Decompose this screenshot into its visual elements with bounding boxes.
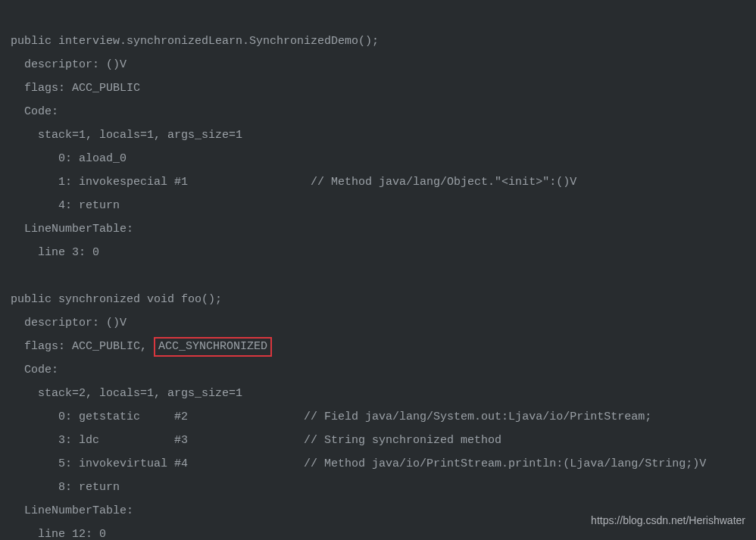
method1-flags: flags: ACC_PUBLIC — [11, 82, 140, 95]
method2-flags-prefix: flags: ACC_PUBLIC, — [11, 340, 154, 353]
method1-sig: public interview.synchronizedLearn.Synch… — [11, 35, 379, 48]
method2-bc3-left: 3: ldc #3 — [11, 434, 188, 447]
method2-bc0-left: 0: getstatic #2 — [11, 410, 188, 423]
method1-stack: stack=1, locals=1, args_size=1 — [11, 129, 242, 142]
method1-lnt: LineNumberTable: — [11, 223, 133, 236]
method2-descriptor: descriptor: ()V — [11, 317, 127, 329]
method2-bc0-comment: // Field java/lang/System.out:Ljava/io/P… — [304, 410, 651, 423]
method2-bc5-comment: // Method java/io/PrintStream.println:(L… — [304, 457, 706, 470]
method2-lnt: LineNumberTable: — [11, 504, 133, 517]
method2-lnt1: line 12: 0 — [11, 528, 106, 540]
method2-bc5-left: 5: invokevirtual #4 — [11, 457, 188, 470]
watermark: https://blog.csdn.net/Herishwater — [591, 509, 745, 532]
method2-stack: stack=2, locals=1, args_size=1 — [11, 387, 242, 400]
method1-descriptor: descriptor: ()V — [11, 58, 127, 71]
method1-bc1-comment: // Method java/lang/Object."<init>":()V — [311, 176, 576, 189]
gap — [188, 176, 311, 189]
method1-bc0: 0: aload_0 — [11, 152, 127, 165]
gap — [188, 410, 304, 423]
gap — [188, 457, 304, 470]
gap — [188, 434, 304, 447]
method2-bc3-comment: // String synchronized method — [304, 434, 501, 447]
method2-sig: public synchronized void foo(); — [11, 293, 222, 306]
method1-code-label: Code: — [11, 105, 58, 118]
method1-lnt1: line 3: 0 — [11, 246, 99, 259]
bytecode-dump: public interview.synchronizedLearn.Synch… — [0, 0, 756, 540]
method2-bc8: 8: return — [11, 481, 120, 494]
method2-code-label: Code: — [11, 364, 58, 376]
acc-synchronized-highlight: ACC_SYNCHRONIZED — [154, 337, 272, 357]
method1-bc4: 4: return — [11, 199, 120, 212]
method1-bc1-left: 1: invokespecial #1 — [11, 176, 188, 189]
